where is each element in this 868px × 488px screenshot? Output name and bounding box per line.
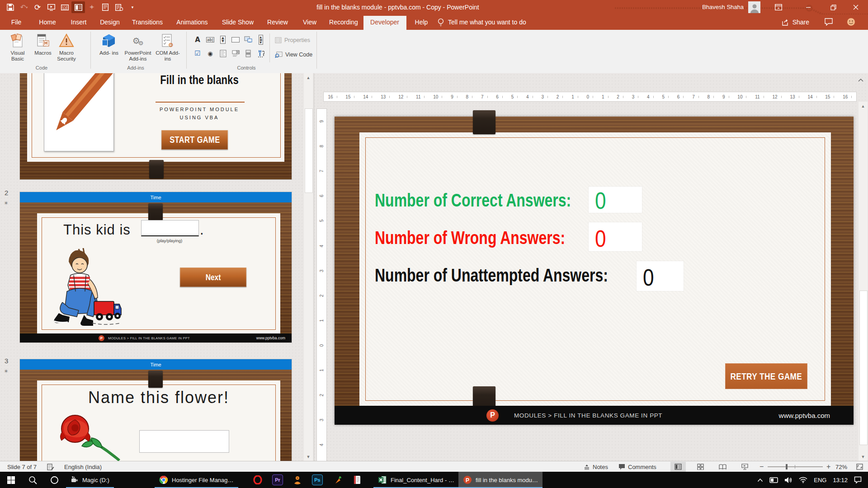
tab-home[interactable]: Home <box>39 14 56 30</box>
slide1-subtitle-2[interactable]: USING VBA <box>125 115 274 120</box>
touch-keyboard-icon[interactable] <box>58 1 71 13</box>
opera-icon[interactable] <box>248 472 268 488</box>
powerpoint-add-ins-button[interactable]: ⚙⚙ PowerPoint Add-ins <box>123 33 153 62</box>
slide-canvas[interactable]: Number of Correct Answers: 0 Number of W… <box>335 117 854 425</box>
tab-file[interactable]: File <box>11 14 22 30</box>
animation-star-icon[interactable]: ✦ <box>85 1 99 13</box>
tell-me-box[interactable]: Tell me what you want to do <box>438 14 526 30</box>
repeat-icon[interactable]: ⟳ <box>31 1 44 13</box>
control-list-box-icon[interactable] <box>217 48 229 59</box>
correct-answers-value[interactable]: 0 <box>595 187 606 214</box>
panel-separator[interactable] <box>314 73 314 461</box>
display-icon[interactable] <box>769 477 778 483</box>
scrollbar-thumb[interactable] <box>859 291 868 445</box>
minimize-button[interactable] <box>798 0 818 14</box>
notes-button[interactable]: Notes <box>584 461 608 472</box>
control-option-button-icon[interactable]: ◉ <box>204 48 216 59</box>
next-button[interactable]: Next <box>180 267 246 287</box>
control-checkbox-icon[interactable]: ☑ <box>192 48 203 59</box>
unattempted-answers-label[interactable]: Number of Unattempted Answers: <box>375 265 608 286</box>
zoom-out-button[interactable]: − <box>760 461 764 472</box>
slide-1-thumbnail[interactable]: Fill in the blanks POWERPOINT MODULE USI… <box>20 73 292 179</box>
comments-bubble-icon[interactable] <box>825 18 833 28</box>
hidden-icons-chevron-icon[interactable] <box>757 478 763 482</box>
zoom-slider-thumb[interactable] <box>786 464 788 469</box>
slideshow-view-button[interactable] <box>737 462 752 472</box>
scroll-up-icon[interactable]: ▲ <box>304 73 313 82</box>
visual-basic-button[interactable]: Visual Basic <box>5 33 31 62</box>
action-center-icon[interactable] <box>854 476 862 483</box>
scrollbar-thumb[interactable] <box>305 108 313 193</box>
zoom-in-button[interactable]: + <box>826 461 830 472</box>
carrot-app-icon[interactable] <box>327 472 347 488</box>
cortana-icon[interactable] <box>43 472 65 488</box>
main-scrollbar[interactable]: ▲ ▼ <box>859 102 868 461</box>
tab-transitions[interactable]: Transitions <box>132 14 163 30</box>
zoom-level[interactable]: 72% <box>835 461 847 472</box>
account-name[interactable]: Bhavesh Shaha <box>702 0 744 14</box>
slide3-title[interactable]: Name this flower! <box>37 388 280 407</box>
start-slideshow-icon[interactable] <box>44 1 58 13</box>
taskbar-item-excel[interactable]: Final_Content_Hard - … <box>373 472 459 488</box>
pencil-image[interactable] <box>44 73 114 151</box>
taskbar-item-hostinger[interactable]: Hostinger File Manag… <box>155 472 238 488</box>
slide-counter[interactable]: Slide 7 of 7 <box>7 461 37 472</box>
notebook-app-icon[interactable] <box>347 472 367 488</box>
slide2-answer-box[interactable] <box>141 220 199 236</box>
slide-3-thumbnail[interactable]: Time Name this flower! <box>20 359 292 461</box>
macros-button[interactable]: Macros <box>30 33 56 56</box>
add-ins-button[interactable]: Add- ins <box>96 33 122 56</box>
language-status[interactable]: English (India) <box>64 461 102 472</box>
grid-view-icon[interactable] <box>71 1 85 13</box>
feedback-smiley-icon[interactable] <box>847 18 855 28</box>
rose-image[interactable] <box>52 413 137 461</box>
tab-slide-show[interactable]: Slide Show <box>222 14 254 30</box>
restore-button[interactable] <box>823 0 843 14</box>
view-code-button[interactable]: View Code <box>275 50 312 60</box>
control-image-combo-icon[interactable] <box>242 34 254 45</box>
tab-recording[interactable]: Recording <box>329 14 358 30</box>
start-button[interactable] <box>0 472 22 488</box>
slide3-answer-box[interactable] <box>139 430 229 453</box>
com-add-ins-button[interactable]: ⚙ COM Add-ins <box>155 33 181 62</box>
orange-app-icon[interactable] <box>288 472 307 488</box>
collapse-ribbon-chevron-icon[interactable] <box>858 76 867 83</box>
tab-help[interactable]: Help <box>415 14 428 30</box>
tab-animations[interactable]: Animations <box>176 14 208 30</box>
scroll-down-icon[interactable]: ▼ <box>859 452 868 461</box>
close-button[interactable] <box>846 0 866 14</box>
slide-sorter-view-button[interactable] <box>693 462 708 472</box>
photoshop-icon[interactable]: Ps <box>307 472 327 488</box>
control-small-spin-icon[interactable]: ▲▦▼ <box>255 34 267 45</box>
taskbar-item-magic-drive[interactable]: Magic (D:) <box>66 472 114 488</box>
slide2-sentence[interactable]: This kid is <box>63 222 131 238</box>
control-spin-button-icon[interactable]: ▲▼ <box>217 34 229 45</box>
control-command-button-icon[interactable] <box>230 34 241 45</box>
unattempted-answers-value[interactable]: 0 <box>643 264 654 291</box>
control-combo-box-icon[interactable] <box>230 48 241 59</box>
control-more-tools-icon[interactable] <box>255 48 267 59</box>
scroll-down-icon[interactable]: ▼ <box>304 452 313 461</box>
volume-icon[interactable] <box>784 477 793 483</box>
comments-button[interactable]: Comments <box>618 461 656 472</box>
undo-icon[interactable]: ↶▾ <box>17 1 31 13</box>
correct-answers-label[interactable]: Number of Correct Answers: <box>375 190 571 211</box>
search-icon[interactable] <box>22 472 43 488</box>
premiere-icon[interactable]: Pr <box>268 472 288 488</box>
share-button[interactable]: Share <box>782 14 809 30</box>
tab-view[interactable]: View <box>303 14 316 30</box>
accessibility-icon[interactable] <box>47 461 54 472</box>
document-icon[interactable] <box>99 1 112 13</box>
reading-view-button[interactable] <box>715 462 730 472</box>
fit-slide-to-window-button[interactable] <box>852 462 867 472</box>
kid-playing-image[interactable] <box>49 248 122 332</box>
taskbar-item-powerpoint[interactable]: P fill in the blanks modu… <box>458 472 542 488</box>
slide1-title[interactable]: Fill in the blanks <box>138 73 261 87</box>
network-icon[interactable] <box>799 477 807 483</box>
ribbon-display-options-icon[interactable] <box>769 0 788 14</box>
retry-game-button[interactable]: RETRY THE GAME <box>725 363 807 389</box>
wrong-answers-label[interactable]: Number of Wrong Answers: <box>375 227 565 249</box>
slide-3-animation-star-icon[interactable]: ✶ <box>4 368 9 375</box>
slide-2-animation-star-icon[interactable]: ✶ <box>4 200 9 206</box>
normal-view-button[interactable] <box>670 462 686 472</box>
